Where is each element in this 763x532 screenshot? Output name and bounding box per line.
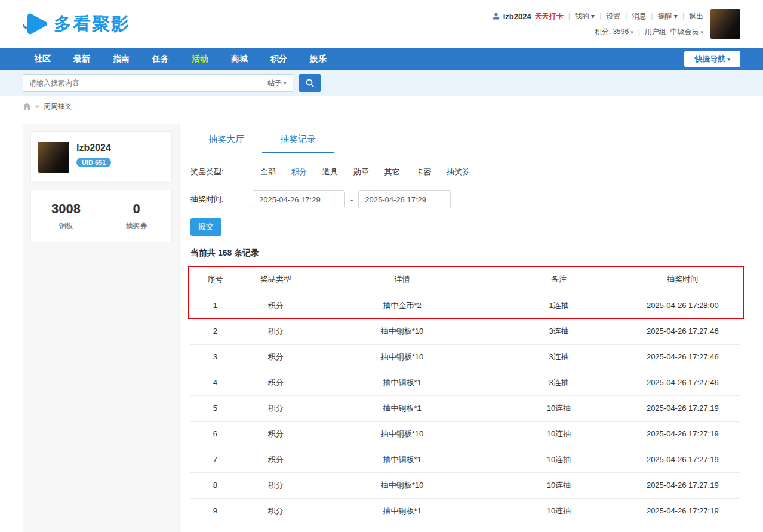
table-row: 5积分抽中铜板*110连抽2025-04-26 17:27:19 bbox=[190, 395, 740, 421]
table-cell: 抽中铜板*10 bbox=[312, 344, 493, 370]
site-logo[interactable]: 多看聚影 bbox=[23, 12, 130, 36]
table-row: 4积分抽中铜板*13连抽2025-04-26 17:27:46 bbox=[190, 370, 740, 395]
quick-nav-button[interactable]: 快捷导航 ▾ bbox=[684, 51, 740, 67]
table-row: 8积分抽中铜板*1010连抽2025-04-26 17:27:19 bbox=[190, 472, 740, 498]
table-cell: 3连抽 bbox=[493, 318, 625, 344]
table-cell: 1 bbox=[190, 293, 240, 318]
table-cell: 10连抽 bbox=[493, 421, 625, 447]
nav-item[interactable]: 指南 bbox=[101, 48, 141, 70]
header-menu-item[interactable]: 退出 bbox=[689, 11, 703, 21]
quick-nav-label: 快捷导航 bbox=[694, 54, 725, 64]
table-cell: 8 bbox=[190, 472, 240, 498]
nav-item[interactable]: 社区 bbox=[23, 48, 62, 70]
tab-lottery-hall[interactable]: 抽奖大厅 bbox=[190, 127, 262, 153]
header-menu-item[interactable]: 提醒 ▾ bbox=[658, 11, 678, 21]
nav-item[interactable]: 活动 bbox=[180, 48, 220, 70]
records-tbody: 1积分抽中金币*21连抽2025-04-26 17:28:002积分抽中铜板*1… bbox=[190, 293, 740, 532]
header-username[interactable]: lzb2024 bbox=[503, 12, 531, 21]
table-header-cell: 奖品类型 bbox=[240, 267, 312, 293]
uid-badge: UID 651 bbox=[76, 158, 111, 167]
table-cell: 抽中铜板*1 bbox=[312, 395, 493, 421]
breadcrumb-current: 周周抽奖 bbox=[44, 102, 72, 112]
header-user-area: lzb2024 天天打卡 |我的 ▾|设置|消息|提醒 ▾|退出 积分: 359… bbox=[493, 9, 740, 39]
separator: | bbox=[625, 12, 627, 20]
header-menu-item[interactable]: 设置 bbox=[606, 11, 620, 21]
table-cell: 2025-04-26 17:27:46 bbox=[625, 344, 740, 370]
table-cell: 2025-04-26 17:27:19 bbox=[625, 498, 740, 524]
separator: | bbox=[682, 12, 684, 20]
table-cell: 积分 bbox=[240, 447, 312, 472]
separator: | bbox=[651, 12, 653, 20]
table-header-row: 序号奖品类型详情备注抽奖时间 bbox=[190, 267, 740, 293]
table-cell: 抽中铜板*1 bbox=[312, 524, 493, 532]
search-button[interactable] bbox=[299, 74, 321, 92]
prize-type-option[interactable]: 勋章 bbox=[346, 167, 377, 177]
nav-item[interactable]: 商城 bbox=[220, 48, 259, 70]
search-type-label: 帖子 bbox=[267, 78, 282, 88]
logo-play-icon bbox=[23, 13, 49, 35]
search-bar: 帖子 ▾ bbox=[0, 70, 763, 96]
table-cell: 2025-04-26 17:27:46 bbox=[625, 370, 740, 395]
breadcrumb: » 周周抽奖 bbox=[0, 96, 763, 116]
stat-value: 3008 bbox=[31, 201, 101, 217]
table-cell: 10连抽 bbox=[493, 472, 625, 498]
table-cell: 3连抽 bbox=[493, 344, 625, 370]
nav-item[interactable]: 任务 bbox=[141, 48, 180, 70]
usergroup-label: 用户组: 中级会员 bbox=[645, 27, 699, 36]
table-cell: 2025-04-26 17:27:19 bbox=[625, 524, 740, 532]
table-row: 9积分抽中铜板*110连抽2025-04-26 17:27:19 bbox=[190, 498, 740, 524]
checkin-link[interactable]: 天天打卡 bbox=[535, 11, 564, 21]
home-icon[interactable] bbox=[23, 103, 31, 110]
table-cell: 抽中铜板*10 bbox=[312, 318, 493, 344]
header-avatar[interactable] bbox=[710, 9, 740, 39]
table-cell: 积分 bbox=[240, 318, 312, 344]
prize-type-option[interactable]: 其它 bbox=[377, 167, 408, 177]
table-cell: 3连抽 bbox=[493, 370, 625, 395]
nav-item[interactable]: 娱乐 bbox=[299, 48, 338, 70]
separator: | bbox=[568, 12, 570, 20]
prize-type-option[interactable]: 道具 bbox=[315, 167, 346, 177]
table-cell: 2025-04-26 17:27:19 bbox=[625, 472, 740, 498]
table-cell: 10连抽 bbox=[493, 395, 625, 421]
sidebar-username: lzb2024 bbox=[76, 143, 111, 153]
table-cell: 6 bbox=[190, 421, 240, 447]
points-dropdown[interactable]: 积分: 3596▾ bbox=[595, 27, 633, 37]
tab-lottery-records[interactable]: 抽奖记录 bbox=[262, 127, 334, 153]
caret-down-icon: ▾ bbox=[727, 56, 730, 62]
stat-tickets: 0 抽奖券 bbox=[101, 201, 171, 231]
prize-type-option[interactable]: 卡密 bbox=[408, 167, 439, 177]
table-header-cell: 备注 bbox=[493, 267, 625, 293]
table-row: 6积分抽中铜板*1010连抽2025-04-26 17:27:19 bbox=[190, 421, 740, 447]
header-menu-item[interactable]: 消息 bbox=[632, 11, 646, 21]
table-cell: 1连抽 bbox=[493, 293, 625, 318]
nav-item[interactable]: 积分 bbox=[259, 48, 299, 70]
table-cell: 5 bbox=[190, 395, 240, 421]
stats-card: 3008 铜板 0 抽奖券 bbox=[30, 190, 172, 242]
time-from-input[interactable] bbox=[253, 190, 345, 208]
table-header-cell: 抽奖时间 bbox=[625, 267, 740, 293]
prize-type-option[interactable]: 抽奖券 bbox=[439, 167, 478, 177]
search-input[interactable] bbox=[23, 74, 261, 92]
table-cell: 积分 bbox=[240, 421, 312, 447]
table-cell: 2025-04-26 17:27:46 bbox=[625, 318, 740, 344]
nav-items: 社区最新指南任务活动商城积分娱乐 bbox=[23, 48, 338, 70]
search-type-dropdown[interactable]: 帖子 ▾ bbox=[261, 74, 293, 92]
user-card: lzb2024 UID 651 bbox=[30, 131, 172, 183]
prize-type-option[interactable]: 积分 bbox=[284, 167, 315, 177]
table-cell: 抽中铜板*1 bbox=[312, 370, 493, 395]
table-cell: 4 bbox=[190, 370, 240, 395]
nav-item[interactable]: 最新 bbox=[62, 48, 101, 70]
table-cell: 2025-04-26 17:27:19 bbox=[625, 395, 740, 421]
tabs: 抽奖大厅 抽奖记录 bbox=[190, 127, 740, 153]
sidebar-avatar bbox=[38, 142, 69, 173]
user-icon bbox=[493, 13, 500, 20]
prize-type-options: 全部积分道具勋章其它卡密抽奖券 bbox=[253, 167, 478, 177]
record-count: 当前共 168 条记录 bbox=[190, 248, 740, 259]
prize-type-option[interactable]: 全部 bbox=[253, 167, 284, 177]
time-to-input[interactable] bbox=[358, 190, 451, 208]
submit-button[interactable]: 提交 bbox=[190, 218, 221, 236]
usergroup-dropdown[interactable]: 用户组: 中级会员▾ bbox=[645, 27, 703, 37]
table-row: 7积分抽中铜板*110连抽2025-04-26 17:27:19 bbox=[190, 447, 740, 472]
header-menu-item[interactable]: 我的 ▾ bbox=[575, 11, 595, 21]
table-cell: 2025-04-26 17:27:19 bbox=[625, 421, 740, 447]
